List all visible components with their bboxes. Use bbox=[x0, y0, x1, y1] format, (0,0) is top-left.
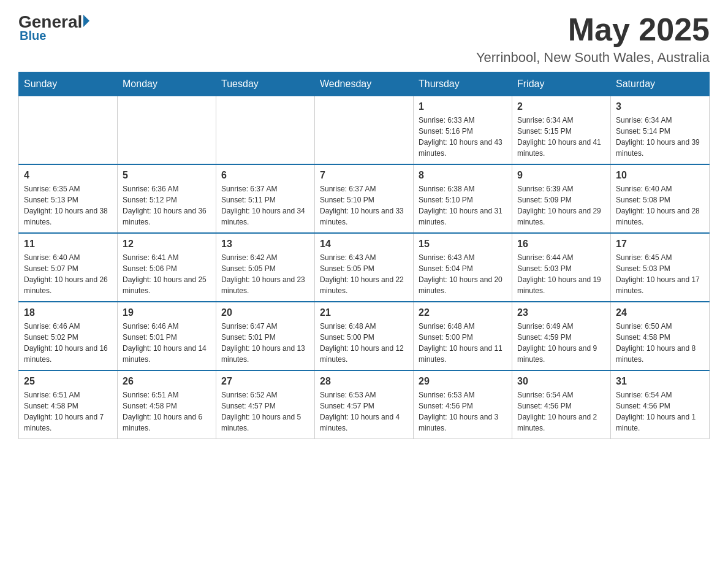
day-number: 17 bbox=[616, 239, 704, 250]
day-number: 10 bbox=[616, 170, 704, 181]
calendar-cell bbox=[118, 96, 216, 165]
day-number: 15 bbox=[419, 239, 507, 250]
calendar-header-friday: Friday bbox=[512, 72, 611, 96]
day-number: 29 bbox=[419, 376, 507, 387]
day-info: Sunrise: 6:49 AMSunset: 4:59 PMDaylight:… bbox=[517, 321, 605, 365]
title-section: May 2025 Yerrinbool, New South Wales, Au… bbox=[476, 12, 710, 66]
calendar-cell bbox=[216, 96, 315, 165]
day-number: 3 bbox=[616, 101, 704, 112]
calendar-cell: 23Sunrise: 6:49 AMSunset: 4:59 PMDayligh… bbox=[512, 302, 611, 370]
calendar-cell: 1Sunrise: 6:33 AMSunset: 5:16 PMDaylight… bbox=[414, 96, 512, 165]
day-number: 8 bbox=[419, 170, 507, 181]
day-info: Sunrise: 6:43 AMSunset: 5:04 PMDaylight:… bbox=[419, 252, 507, 296]
day-number: 9 bbox=[517, 170, 605, 181]
day-number: 30 bbox=[517, 376, 605, 387]
day-info: Sunrise: 6:37 AMSunset: 5:10 PMDaylight:… bbox=[320, 183, 408, 228]
calendar-cell: 18Sunrise: 6:46 AMSunset: 5:02 PMDayligh… bbox=[19, 302, 118, 370]
day-info: Sunrise: 6:39 AMSunset: 5:09 PMDaylight:… bbox=[517, 183, 605, 228]
day-info: Sunrise: 6:37 AMSunset: 5:11 PMDaylight:… bbox=[221, 183, 309, 228]
calendar-cell: 3Sunrise: 6:34 AMSunset: 5:14 PMDaylight… bbox=[611, 96, 710, 165]
day-number: 18 bbox=[24, 307, 112, 318]
day-info: Sunrise: 6:46 AMSunset: 5:01 PMDaylight:… bbox=[123, 321, 211, 365]
day-number: 23 bbox=[517, 307, 605, 318]
calendar-cell: 17Sunrise: 6:45 AMSunset: 5:03 PMDayligh… bbox=[611, 233, 710, 302]
day-number: 14 bbox=[320, 239, 408, 250]
day-info: Sunrise: 6:40 AMSunset: 5:07 PMDaylight:… bbox=[24, 252, 112, 296]
day-number: 1 bbox=[419, 101, 507, 112]
logo-blue-text: Blue bbox=[20, 29, 46, 43]
calendar-cell: 29Sunrise: 6:53 AMSunset: 4:56 PMDayligh… bbox=[414, 370, 512, 439]
day-info: Sunrise: 6:41 AMSunset: 5:06 PMDaylight:… bbox=[123, 252, 211, 296]
calendar-cell: 24Sunrise: 6:50 AMSunset: 4:58 PMDayligh… bbox=[611, 302, 710, 370]
day-number: 4 bbox=[24, 170, 112, 181]
calendar-cell: 27Sunrise: 6:52 AMSunset: 4:57 PMDayligh… bbox=[216, 370, 315, 439]
calendar-cell: 15Sunrise: 6:43 AMSunset: 5:04 PMDayligh… bbox=[414, 233, 512, 302]
calendar-cell: 13Sunrise: 6:42 AMSunset: 5:05 PMDayligh… bbox=[216, 233, 315, 302]
day-info: Sunrise: 6:48 AMSunset: 5:00 PMDaylight:… bbox=[419, 321, 507, 365]
day-number: 7 bbox=[320, 170, 408, 181]
calendar-week-row: 1Sunrise: 6:33 AMSunset: 5:16 PMDaylight… bbox=[19, 96, 710, 165]
day-number: 11 bbox=[24, 239, 112, 250]
day-info: Sunrise: 6:54 AMSunset: 4:56 PMDaylight:… bbox=[616, 389, 704, 434]
calendar-cell: 10Sunrise: 6:40 AMSunset: 5:08 PMDayligh… bbox=[611, 164, 710, 233]
location-subtitle: Yerrinbool, New South Wales, Australia bbox=[476, 50, 710, 66]
day-number: 16 bbox=[517, 239, 605, 250]
calendar-cell: 21Sunrise: 6:48 AMSunset: 5:00 PMDayligh… bbox=[315, 302, 414, 370]
calendar-cell: 2Sunrise: 6:34 AMSunset: 5:15 PMDaylight… bbox=[512, 96, 611, 165]
day-info: Sunrise: 6:38 AMSunset: 5:10 PMDaylight:… bbox=[419, 183, 507, 228]
day-info: Sunrise: 6:48 AMSunset: 5:00 PMDaylight:… bbox=[320, 321, 408, 365]
day-info: Sunrise: 6:44 AMSunset: 5:03 PMDaylight:… bbox=[517, 252, 605, 296]
day-info: Sunrise: 6:51 AMSunset: 4:58 PMDaylight:… bbox=[24, 389, 112, 434]
day-info: Sunrise: 6:47 AMSunset: 5:01 PMDaylight:… bbox=[221, 321, 309, 365]
day-number: 13 bbox=[221, 239, 309, 250]
day-info: Sunrise: 6:40 AMSunset: 5:08 PMDaylight:… bbox=[616, 183, 704, 228]
calendar-header-saturday: Saturday bbox=[611, 72, 710, 96]
month-title: May 2025 bbox=[476, 12, 710, 47]
day-info: Sunrise: 6:53 AMSunset: 4:57 PMDaylight:… bbox=[320, 389, 408, 434]
day-info: Sunrise: 6:52 AMSunset: 4:57 PMDaylight:… bbox=[221, 389, 309, 434]
calendar-header-row: SundayMondayTuesdayWednesdayThursdayFrid… bbox=[19, 72, 710, 96]
day-number: 28 bbox=[320, 376, 408, 387]
calendar-cell: 12Sunrise: 6:41 AMSunset: 5:06 PMDayligh… bbox=[118, 233, 216, 302]
day-number: 2 bbox=[517, 101, 605, 112]
day-number: 12 bbox=[123, 239, 211, 250]
calendar-cell: 14Sunrise: 6:43 AMSunset: 5:05 PMDayligh… bbox=[315, 233, 414, 302]
day-number: 25 bbox=[24, 376, 112, 387]
calendar-week-row: 4Sunrise: 6:35 AMSunset: 5:13 PMDaylight… bbox=[19, 164, 710, 233]
day-info: Sunrise: 6:45 AMSunset: 5:03 PMDaylight:… bbox=[616, 252, 704, 296]
calendar-week-row: 11Sunrise: 6:40 AMSunset: 5:07 PMDayligh… bbox=[19, 233, 710, 302]
calendar-header-thursday: Thursday bbox=[414, 72, 512, 96]
day-info: Sunrise: 6:35 AMSunset: 5:13 PMDaylight:… bbox=[24, 183, 112, 228]
calendar-cell: 20Sunrise: 6:47 AMSunset: 5:01 PMDayligh… bbox=[216, 302, 315, 370]
calendar-cell bbox=[315, 96, 414, 165]
day-info: Sunrise: 6:50 AMSunset: 4:58 PMDaylight:… bbox=[616, 321, 704, 365]
day-info: Sunrise: 6:33 AMSunset: 5:16 PMDaylight:… bbox=[419, 115, 507, 159]
day-info: Sunrise: 6:34 AMSunset: 5:15 PMDaylight:… bbox=[517, 115, 605, 159]
calendar-cell: 4Sunrise: 6:35 AMSunset: 5:13 PMDaylight… bbox=[19, 164, 118, 233]
day-number: 19 bbox=[123, 307, 211, 318]
calendar-cell: 31Sunrise: 6:54 AMSunset: 4:56 PMDayligh… bbox=[611, 370, 710, 439]
calendar-table: SundayMondayTuesdayWednesdayThursdayFrid… bbox=[18, 72, 710, 439]
calendar-cell: 6Sunrise: 6:37 AMSunset: 5:11 PMDaylight… bbox=[216, 164, 315, 233]
calendar-cell: 30Sunrise: 6:54 AMSunset: 4:56 PMDayligh… bbox=[512, 370, 611, 439]
day-info: Sunrise: 6:34 AMSunset: 5:14 PMDaylight:… bbox=[616, 115, 704, 159]
day-number: 26 bbox=[123, 376, 211, 387]
day-info: Sunrise: 6:42 AMSunset: 5:05 PMDaylight:… bbox=[221, 252, 309, 296]
day-info: Sunrise: 6:51 AMSunset: 4:58 PMDaylight:… bbox=[123, 389, 211, 434]
calendar-cell bbox=[19, 96, 118, 165]
calendar-cell: 19Sunrise: 6:46 AMSunset: 5:01 PMDayligh… bbox=[118, 302, 216, 370]
day-number: 6 bbox=[221, 170, 309, 181]
calendar-cell: 5Sunrise: 6:36 AMSunset: 5:12 PMDaylight… bbox=[118, 164, 216, 233]
calendar-cell: 7Sunrise: 6:37 AMSunset: 5:10 PMDaylight… bbox=[315, 164, 414, 233]
calendar-cell: 11Sunrise: 6:40 AMSunset: 5:07 PMDayligh… bbox=[19, 233, 118, 302]
calendar-cell: 25Sunrise: 6:51 AMSunset: 4:58 PMDayligh… bbox=[19, 370, 118, 439]
day-info: Sunrise: 6:54 AMSunset: 4:56 PMDaylight:… bbox=[517, 389, 605, 434]
day-info: Sunrise: 6:43 AMSunset: 5:05 PMDaylight:… bbox=[320, 252, 408, 296]
logo-triangle-icon bbox=[83, 15, 89, 27]
calendar-week-row: 25Sunrise: 6:51 AMSunset: 4:58 PMDayligh… bbox=[19, 370, 710, 439]
calendar-header-sunday: Sunday bbox=[19, 72, 118, 96]
day-number: 5 bbox=[123, 170, 211, 181]
calendar-cell: 28Sunrise: 6:53 AMSunset: 4:57 PMDayligh… bbox=[315, 370, 414, 439]
day-info: Sunrise: 6:46 AMSunset: 5:02 PMDaylight:… bbox=[24, 321, 112, 365]
logo: General Blue bbox=[18, 12, 89, 43]
